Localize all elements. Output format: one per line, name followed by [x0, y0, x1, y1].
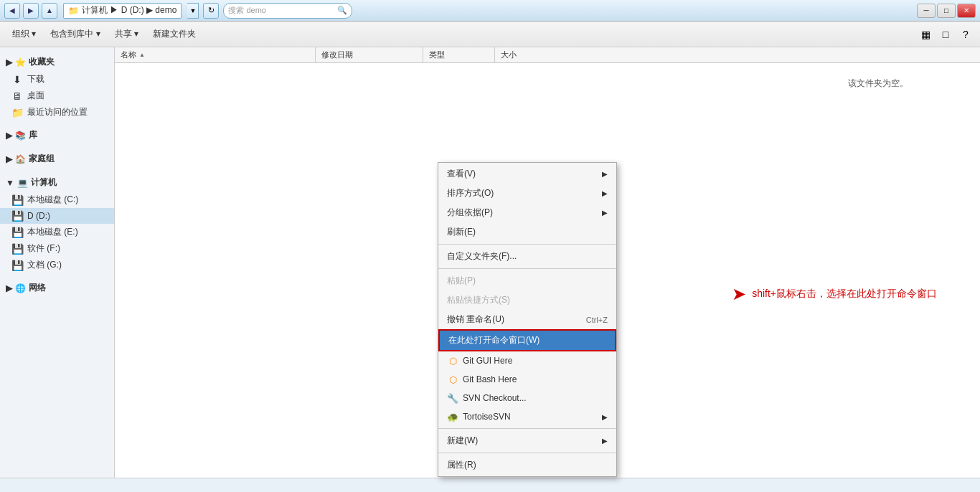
drive-g-icon: 💾 — [11, 260, 23, 271]
menu-item-svn[interactable]: 🔧 SVN Checkout... — [438, 389, 616, 407]
menu-sep-2 — [438, 268, 616, 269]
titlebar-left: ◀ ▶ ▲ 📁 计算机 ▶ D (D:) ▶ demo ▼ ↻ 搜索 demo … — [4, 3, 352, 19]
menu-item-paste[interactable]: 粘贴(P) — [438, 271, 616, 290]
computer-header[interactable]: ▼ 💻 计算机 — [0, 174, 114, 191]
menu-item-properties[interactable]: 属性(R) — [438, 455, 616, 475]
menu-item-sort-label: 排序方式(O) — [447, 187, 494, 199]
library-section: ▶ 📚 库 — [0, 126, 114, 144]
col-size-header[interactable]: 大小 — [495, 47, 552, 62]
statusbar — [0, 478, 980, 492]
desktop-label: 桌面 — [27, 90, 44, 102]
titlebar: ◀ ▶ ▲ 📁 计算机 ▶ D (D:) ▶ demo ▼ ↻ 搜索 demo … — [0, 0, 980, 22]
menu-undo-shortcut: Ctrl+Z — [586, 316, 608, 324]
search-icon[interactable]: 🔍 — [337, 6, 347, 15]
preview-button[interactable]: □ — [937, 26, 954, 43]
drive-c-icon: 💾 — [11, 194, 23, 206]
col-name-label: 名称 — [121, 49, 136, 60]
sidebar-item-downloads[interactable]: ⬇ 下载 — [0, 71, 114, 87]
minimize-button[interactable]: ─ — [917, 4, 936, 18]
menu-group-arrow-icon: ▶ — [602, 209, 608, 217]
address-bar[interactable]: 📁 计算机 ▶ D (D:) ▶ demo — [63, 3, 182, 19]
menu-item-refresh[interactable]: 刷新(E) — [438, 222, 616, 242]
close-button[interactable]: ✕ — [957, 4, 976, 18]
menu-item-new[interactable]: 新建(W) ▶ — [438, 431, 616, 450]
drive-f-icon: 💾 — [11, 243, 23, 255]
search-box[interactable]: 搜索 demo 🔍 — [223, 3, 352, 19]
new-folder-button[interactable]: 新建文件夹 — [146, 24, 202, 44]
computer-label: 计算机 — [31, 176, 57, 189]
organize-button[interactable]: 组织 ▾ — [6, 24, 42, 44]
sidebar-item-drive-f[interactable]: 💾 软件 (F:) — [0, 240, 114, 257]
git-gui-icon: ⬡ — [447, 355, 458, 366]
share-button[interactable]: 共享 ▾ — [108, 24, 145, 44]
sidebar-item-drive-d[interactable]: 💾 D (D:) — [0, 208, 114, 224]
drive-c-label: 本地磁盘 (C:) — [27, 194, 78, 206]
sidebar-item-drive-c[interactable]: 💾 本地磁盘 (C:) — [0, 191, 114, 208]
network-icon: 🌐 — [15, 283, 26, 293]
menu-item-paste-shortcut-label: 粘贴快捷方式(S) — [447, 294, 510, 306]
menu-item-cmd-label: 在此处打开命令窗口(W) — [448, 334, 540, 346]
network-header[interactable]: ▶ 🌐 网络 — [0, 279, 114, 297]
titlebar-controls: ─ □ ✕ — [917, 4, 976, 18]
menu-item-refresh-label: 刷新(E) — [447, 226, 476, 238]
network-section: ▶ 🌐 网络 — [0, 279, 114, 297]
context-menu: 查看(V) ▶ 排序方式(O) ▶ 分组依据(P) ▶ 刷新(E) 自定义文件夹… — [438, 162, 617, 477]
menu-item-customize[interactable]: 自定义文件夹(F)... — [438, 247, 616, 266]
sidebar-item-recent[interactable]: 📁 最近访问的位置 — [0, 104, 114, 120]
menu-sep-4 — [438, 453, 616, 453]
sidebar: ▶ ⭐ 收藏夹 ⬇ 下载 🖥 桌面 📁 最近访问的位置 ▶ 📚 库 — [0, 47, 115, 478]
menu-item-new-label: 新建(W) — [447, 435, 478, 447]
drive-f-label: 软件 (F:) — [27, 242, 60, 255]
svn-icon: 🔧 — [447, 392, 458, 404]
recent-label: 最近访问的位置 — [27, 106, 88, 118]
menu-item-cmd[interactable]: 在此处打开命令窗口(W) — [438, 329, 616, 351]
annotation: ➤ shift+鼠标右击，选择在此处打开命令窗口 — [732, 284, 937, 304]
col-date-header[interactable]: 修改日期 — [316, 47, 423, 62]
sidebar-item-drive-e[interactable]: 💾 本地磁盘 (E:) — [0, 224, 114, 240]
menu-item-group[interactable]: 分组依据(P) ▶ — [438, 203, 616, 222]
homegroup-header[interactable]: ▶ 🏠 家庭组 — [0, 150, 114, 168]
sidebar-item-drive-g[interactable]: 💾 文档 (G:) — [0, 257, 114, 273]
computer-arrow-icon: ▼ — [6, 178, 14, 188]
menu-item-paste-shortcut[interactable]: 粘贴快捷方式(S) — [438, 290, 616, 310]
col-date-label: 修改日期 — [321, 49, 353, 60]
homegroup-label: 家庭组 — [29, 153, 55, 165]
favorites-section: ▶ ⭐ 收藏夹 ⬇ 下载 🖥 桌面 📁 最近访问的位置 — [0, 53, 114, 120]
favorites-header[interactable]: ▶ ⭐ 收藏夹 — [0, 53, 114, 71]
address-dropdown[interactable]: ▼ — [187, 3, 199, 19]
view-toggle-button[interactable]: ▦ — [917, 26, 934, 43]
menu-tortoise-arrow-icon: ▶ — [602, 413, 608, 421]
annotation-text: shift+鼠标右击，选择在此处打开命令窗口 — [752, 288, 937, 301]
menu-item-git-gui[interactable]: ⬡ Git GUI Here — [438, 351, 616, 370]
refresh-button[interactable]: ↻ — [203, 3, 219, 19]
menu-item-tortoise[interactable]: 🐢 TortoiseSVN ▶ — [438, 407, 616, 426]
menu-sort-arrow-icon: ▶ — [602, 189, 608, 197]
menu-view-arrow-icon: ▶ — [602, 170, 608, 178]
col-type-header[interactable]: 类型 — [423, 47, 495, 62]
menu-sep-1 — [438, 244, 616, 245]
menu-item-view[interactable]: 查看(V) ▶ — [438, 164, 616, 184]
homegroup-icon: 🏠 — [15, 154, 26, 164]
col-name-header[interactable]: 名称 ▲ — [115, 47, 316, 62]
desktop-icon: 🖥 — [11, 90, 23, 102]
library-icon: 📚 — [15, 131, 26, 141]
maximize-button[interactable]: □ — [937, 4, 956, 18]
include-button[interactable]: 包含到库中 ▾ — [44, 24, 106, 44]
up-button[interactable]: ▲ — [42, 3, 57, 19]
menu-item-git-bash[interactable]: ⬡ Git Bash Here — [438, 370, 616, 389]
drive-g-label: 文档 (G:) — [27, 259, 62, 271]
menu-item-properties-label: 属性(R) — [447, 459, 476, 471]
library-header[interactable]: ▶ 📚 库 — [0, 126, 114, 144]
forward-button[interactable]: ▶ — [23, 3, 39, 19]
git-bash-icon: ⬡ — [447, 374, 458, 385]
computer-icon: 💻 — [17, 178, 28, 188]
favorites-arrow-icon: ▶ — [6, 57, 12, 67]
sidebar-item-desktop[interactable]: 🖥 桌面 — [0, 87, 114, 104]
menu-item-group-label: 分组依据(P) — [447, 207, 493, 219]
address-text: 计算机 ▶ D (D:) ▶ demo — [82, 4, 176, 16]
menu-item-undo[interactable]: 撤销 重命名(U) Ctrl+Z — [438, 310, 616, 329]
tortoise-icon: 🐢 — [447, 411, 458, 422]
help-button[interactable]: ? — [957, 26, 974, 43]
back-button[interactable]: ◀ — [4, 3, 20, 19]
menu-item-sort[interactable]: 排序方式(O) ▶ — [438, 184, 616, 203]
